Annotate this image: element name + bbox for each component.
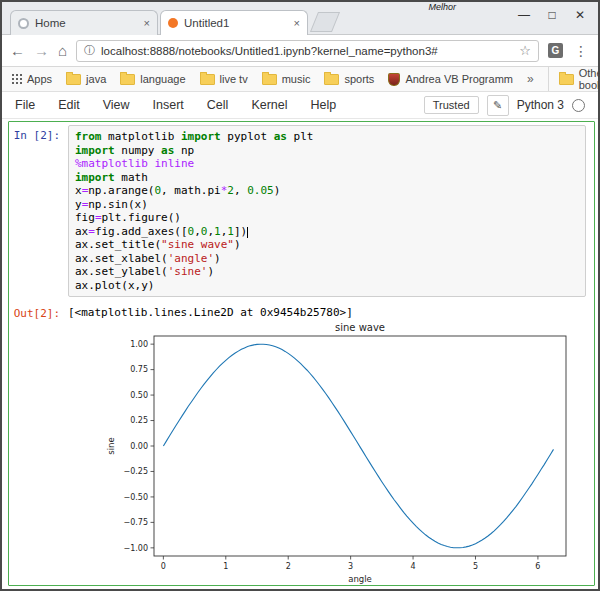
code-token: ax	[75, 225, 88, 238]
code-token: )	[234, 238, 241, 251]
jupyter-menubar: FileEditViewInsertCellKernelHelp Trusted…	[2, 92, 598, 119]
tab-home[interactable]: Home ×	[10, 10, 158, 35]
menu-item-edit[interactable]: Edit	[58, 98, 80, 112]
url-text[interactable]: localhost:8888/notebooks/Untitled1.ipynb…	[101, 45, 513, 57]
code-token: ax.set_ylabel(	[75, 265, 168, 278]
code-token: 0.05	[247, 184, 274, 197]
site-info-icon[interactable]: ⓘ	[84, 43, 95, 58]
code-token: ,	[234, 184, 247, 197]
code-token: fig	[75, 211, 95, 224]
output-row: Out[2]: [<matplotlib.lines.Line2D at 0x9…	[12, 303, 591, 320]
tick-label: 5	[473, 562, 478, 571]
close-button[interactable]: ✕	[566, 5, 594, 25]
code-token: math	[115, 171, 148, 184]
bookmark-label: music	[282, 73, 311, 85]
input-prompt: In [2]:	[12, 125, 68, 142]
tab-untitled1[interactable]: Untitled1 ×	[160, 10, 308, 35]
code-token: plt.figure()	[102, 211, 181, 224]
back-icon[interactable]: ←	[10, 43, 25, 58]
code-line: import math	[75, 171, 579, 185]
code-token: 1	[227, 225, 234, 238]
code-token: ,	[194, 225, 201, 238]
bookmark-folder-music[interactable]: music	[262, 73, 311, 85]
menu-item-insert[interactable]: Insert	[153, 98, 184, 112]
menu-item-kernel[interactable]: Kernel	[251, 98, 287, 112]
address-bar[interactable]: ⓘ localhost:8888/notebooks/Untitled1.ipy…	[76, 40, 539, 62]
code-token: ax.plot(x,y)	[75, 279, 154, 292]
other-bookmarks[interactable]: Other bookmarks	[548, 67, 600, 91]
code-token: )	[214, 252, 221, 265]
bookmark-label: Other bookmarks	[579, 67, 600, 91]
tick-label: 2	[286, 562, 291, 571]
code-line: ax.set_xlabel('angle')	[75, 252, 579, 266]
code-token: ax.set_xlabel(	[75, 252, 168, 265]
new-tab-button[interactable]	[310, 12, 340, 32]
code-token: np.arange(	[88, 184, 154, 197]
trusted-badge[interactable]: Trusted	[424, 96, 479, 114]
menu-item-help[interactable]: Help	[311, 98, 337, 112]
bookmark-label: java	[86, 73, 106, 85]
menu-item-view[interactable]: View	[103, 98, 130, 112]
home-icon[interactable]: ⌂	[58, 43, 67, 58]
extension-icon[interactable]: G	[548, 43, 563, 58]
code-token: np	[174, 144, 194, 157]
code-token: =	[95, 211, 102, 224]
bookmark-star-icon[interactable]: ☆	[519, 43, 531, 58]
code-token: 'angle'	[168, 252, 214, 265]
bookmark-folder-language[interactable]: language	[120, 73, 185, 85]
site-shield-icon	[388, 73, 400, 86]
output-text: [<matplotlib.lines.Line2D at 0x9454b2578…	[68, 303, 353, 319]
forward-icon[interactable]: →	[34, 43, 49, 58]
tick-label: 0.50	[130, 391, 148, 400]
bookmark-site[interactable]: Andrea VB Programm	[388, 73, 513, 86]
tick-label: 1.00	[130, 340, 148, 349]
folder-icon	[324, 74, 339, 85]
x-axis-label: angle	[348, 574, 372, 584]
kernel-status-icon	[572, 99, 585, 112]
minimize-button[interactable]: —	[510, 5, 538, 25]
code-line: fig=plt.figure()	[75, 211, 579, 225]
jupyter-status-cluster: Trusted ✎ Python 3	[424, 95, 585, 116]
kernel-name: Python 3	[517, 98, 564, 112]
code-line: ax.set_ylabel('sine')	[75, 265, 579, 279]
tick-label: −1.00	[123, 544, 148, 553]
code-token: import	[75, 171, 115, 184]
menu-item-file[interactable]: File	[15, 98, 35, 112]
code-token: plt	[287, 130, 314, 143]
code-line: import numpy as np	[75, 144, 579, 158]
tab-close-icon[interactable]: ×	[144, 17, 150, 29]
code-token: np.sin(x)	[88, 198, 148, 211]
bookmark-folder-java[interactable]: java	[66, 73, 106, 85]
bookmarks-overflow-icon[interactable]: »	[527, 72, 534, 86]
input-row: In [2]: from matplotlib import pyplot as…	[12, 125, 591, 297]
tick-label: 0	[161, 562, 166, 571]
watermark-text: Melhor	[428, 2, 456, 12]
tabs: Home × Untitled1 ×	[10, 10, 336, 35]
browser-menu-icon[interactable]: ⋮	[572, 43, 590, 59]
tick-label: 0.00	[130, 442, 148, 451]
edit-pencil-icon[interactable]: ✎	[487, 95, 509, 116]
selected-code-cell[interactable]: In [2]: from matplotlib import pyplot as…	[8, 121, 595, 586]
code-token: 2	[227, 184, 234, 197]
window-controls: — □ ✕	[510, 5, 594, 25]
tick-label: −0.50	[123, 493, 148, 502]
code-line: ax.plot(x,y)	[75, 279, 579, 293]
bookmarks-bar: Apps javalanguagelive tvmusicsports Andr…	[2, 67, 598, 92]
bookmark-folder-live-tv[interactable]: live tv	[200, 73, 248, 85]
tab-close-icon[interactable]: ×	[294, 17, 300, 29]
code-line: x=np.arange(0, math.pi*2, 0.05)	[75, 184, 579, 198]
bookmark-folder-sports[interactable]: sports	[324, 73, 374, 85]
folder-icon	[120, 74, 135, 85]
bookmark-label: Andrea VB Programm	[405, 73, 513, 85]
tick-label: 1	[223, 562, 228, 571]
plot-title: sine wave	[335, 322, 385, 333]
bookmark-label: sports	[344, 73, 374, 85]
menu-item-cell[interactable]: Cell	[207, 98, 229, 112]
code-token: numpy	[115, 144, 161, 157]
code-token: 1	[214, 225, 221, 238]
code-editor[interactable]: from matplotlib import pyplot as pltimpo…	[68, 125, 586, 297]
tab-label: Home	[35, 17, 138, 29]
bookmark-apps[interactable]: Apps	[12, 73, 52, 85]
browser-window: Melhor — □ ✕ Home × Untitled1 × ← → ⌂ ⓘ	[0, 0, 600, 591]
maximize-button[interactable]: □	[538, 5, 566, 25]
